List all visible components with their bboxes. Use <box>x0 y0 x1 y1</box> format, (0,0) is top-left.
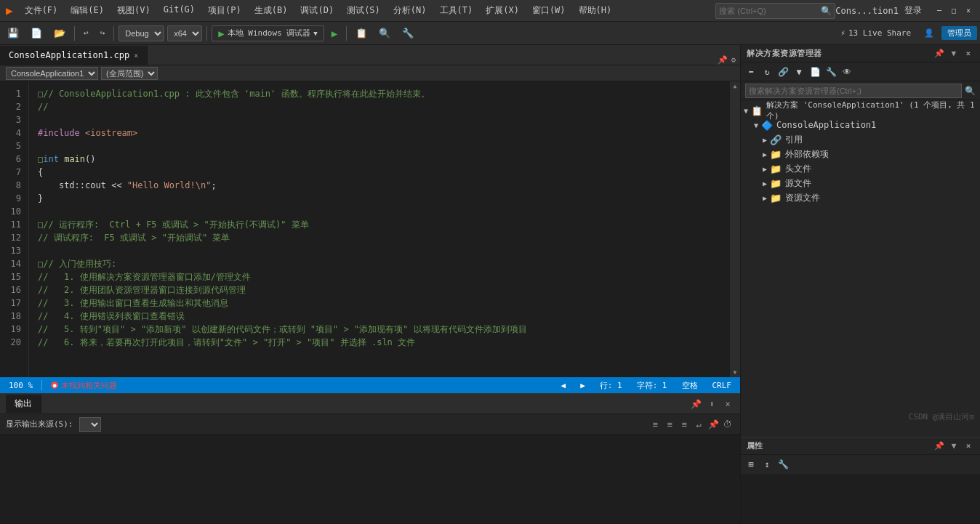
panel-float-icon[interactable]: ⬆ <box>705 398 718 411</box>
admin-button[interactable]: 管理员 <box>941 26 977 40</box>
solution-tree[interactable]: ▼ 📋 解决方案 'ConsoleApplication1' (1 个项目, 共… <box>741 100 980 437</box>
sep3 <box>206 26 207 41</box>
scope-select[interactable]: (全局范围) <box>101 67 158 80</box>
live-share-button[interactable]: ⚡ 13 Live Share <box>835 27 917 39</box>
maximize-btn[interactable]: □ <box>948 5 960 17</box>
menu-project[interactable]: 项目(P) <box>202 1 247 20</box>
props-content <box>741 474 980 524</box>
output-toolbar-btns: ≡ ≡ ≡ ↵ 📌 ⏱ <box>648 418 734 431</box>
title-search[interactable]: 🔍 <box>715 3 835 19</box>
output-align-left-icon[interactable]: ≡ <box>648 418 662 431</box>
source-files-item[interactable]: ▶ 📁 源文件 <box>741 176 980 190</box>
sol-new-icon[interactable]: 📄 <box>808 65 822 79</box>
row-col[interactable]: 行: 1 <box>597 380 625 391</box>
props-sort-icon[interactable]: ⊞ <box>744 457 758 472</box>
menu-tools[interactable]: 工具(T) <box>434 1 479 20</box>
menu-view[interactable]: 视图(V) <box>111 1 156 20</box>
scroll-down-icon[interactable]: ▼ <box>734 369 737 376</box>
login-btn[interactable]: 登录 <box>904 4 922 17</box>
project-scope-select[interactable]: ConsoleApplication1 <box>6 67 98 80</box>
editor-tab-active[interactable]: ConsoleApplication1.cpp × <box>0 46 148 65</box>
menu-extensions[interactable]: 扩展(X) <box>480 1 525 20</box>
output-timer-icon[interactable]: ⏱ <box>721 418 734 431</box>
platform-select[interactable]: x64 <box>167 25 202 41</box>
scroll-up-icon[interactable]: ▲ <box>734 83 737 89</box>
redo-btn[interactable]: ↪ <box>96 27 110 39</box>
encoding-label[interactable]: CRLF <box>710 381 735 390</box>
cursor-pos-arrow[interactable]: ◀ <box>558 381 569 390</box>
props-category-icon[interactable]: ↕ <box>760 457 774 472</box>
solution-search-icon[interactable]: 🔍 <box>965 86 976 96</box>
sol-refresh-icon[interactable]: ↻ <box>760 65 774 79</box>
menu-file[interactable]: 文件(F) <box>19 1 64 20</box>
panel-pin-icon[interactable]: 📌 <box>689 398 702 411</box>
output-align-center-icon[interactable]: ≡ <box>663 418 676 431</box>
search-input[interactable] <box>719 7 821 15</box>
menu-edit[interactable]: 编辑(E) <box>65 1 110 20</box>
header-files-item[interactable]: ▶ 📁 头文件 <box>741 161 980 176</box>
tb-btn3[interactable]: 🔧 <box>398 26 418 40</box>
settings-icon[interactable]: ⚙ <box>731 55 736 65</box>
resource-expand-icon: ▶ <box>763 194 767 202</box>
sol-preview-icon[interactable]: 👁 <box>840 65 854 79</box>
solution-pin-icon[interactable]: 📌 <box>933 48 945 60</box>
editor-area: ConsoleApplication1.cpp × 📌 ⚙ ConsoleApp… <box>0 45 740 524</box>
menu-window[interactable]: 窗口(W) <box>526 1 571 20</box>
ext-deps-item[interactable]: ▶ 📁 外部依赖项 <box>741 147 980 161</box>
solution-root-item[interactable]: ▼ 📋 解决方案 'ConsoleApplication1' (1 个项目, 共… <box>741 103 980 118</box>
code-content[interactable]: □// ConsoleApplication1.cpp : 此文件包含 'mai… <box>29 81 730 377</box>
ref-item[interactable]: ▶ 🔗 引用 <box>741 132 980 147</box>
menu-build[interactable]: 生成(B) <box>249 1 294 20</box>
run-button[interactable]: ▶ 本地 Windows 调试器 ▼ <box>212 25 324 41</box>
watermark: CSDN @满目山河⊡ <box>909 411 974 422</box>
output-wrap-icon[interactable]: ↵ <box>692 418 705 431</box>
output-align-right-icon[interactable]: ≡ <box>678 418 691 431</box>
sol-filter-icon[interactable]: ▼ <box>792 65 806 79</box>
tb-btn1[interactable]: 📋 <box>351 26 371 40</box>
menu-help[interactable]: 帮助(H) <box>573 1 618 20</box>
output-pin2-icon[interactable]: 📌 <box>707 418 720 431</box>
minimize-btn[interactable]: ─ <box>933 5 945 17</box>
sol-props-icon[interactable]: 🔧 <box>824 65 838 79</box>
menu-debug[interactable]: 调试(D) <box>294 1 340 20</box>
props-float-icon[interactable]: ▼ <box>948 440 960 452</box>
props-wrench-icon[interactable]: 🔧 <box>776 457 790 472</box>
tb-btn2[interactable]: 🔍 <box>374 26 395 40</box>
char-col[interactable]: 字符: 1 <box>634 380 670 391</box>
undo-btn[interactable]: ↩ <box>79 27 93 39</box>
properties-title: 属性 <box>747 440 763 451</box>
sol-sync-icon[interactable]: 🔗 <box>776 65 790 79</box>
run-arrow-icon: ▶ <box>218 28 224 39</box>
error-indicator[interactable]: ● 未找到相关问题 <box>48 380 120 391</box>
open-btn[interactable]: 📂 <box>49 26 70 40</box>
close-btn[interactable]: × <box>963 5 974 17</box>
solution-float-icon[interactable]: ▼ <box>948 48 960 60</box>
output-tab[interactable]: 输出 <box>6 395 41 413</box>
code-editor[interactable]: 12345 678910 1112131415 1617181920 □// C… <box>0 81 740 377</box>
solution-search-input[interactable] <box>745 84 962 98</box>
zoom-level[interactable]: 100 % <box>6 381 36 390</box>
menu-analyze[interactable]: 分析(N) <box>387 1 433 20</box>
save-btn[interactable]: 💾 <box>3 26 23 40</box>
cursor-pos-arrow2[interactable]: ▶ <box>577 381 588 390</box>
tb-user-icon[interactable]: 👤 <box>920 27 939 39</box>
tab-close-icon[interactable]: × <box>134 52 138 60</box>
output-content[interactable] <box>0 435 740 524</box>
panel-close-icon[interactable]: × <box>721 398 734 411</box>
menu-test[interactable]: 测试(S) <box>341 1 386 20</box>
solution-close-icon[interactable]: × <box>963 48 974 60</box>
menu-git[interactable]: Git(G) <box>158 1 201 20</box>
source-folder-icon: 📁 <box>770 178 782 189</box>
pin-icon[interactable]: 📌 <box>718 55 728 65</box>
debug-config-select[interactable]: Debug <box>119 25 164 41</box>
props-close-icon[interactable]: × <box>963 440 974 452</box>
output-source-select[interactable] <box>79 417 101 432</box>
editor-scroll-arrows[interactable]: ▲ ▼ <box>730 81 740 377</box>
props-pin-icon[interactable]: 📌 <box>933 440 945 452</box>
resource-files-item[interactable]: ▶ 📁 资源文件 <box>741 190 980 205</box>
solution-icon: 📋 <box>751 105 763 116</box>
spaces-label[interactable]: 空格 <box>679 380 701 391</box>
new-btn[interactable]: 📄 <box>26 26 47 40</box>
continue-btn[interactable]: ▶ <box>327 26 342 41</box>
sol-tb-btn1[interactable]: ⬅ <box>744 65 758 79</box>
